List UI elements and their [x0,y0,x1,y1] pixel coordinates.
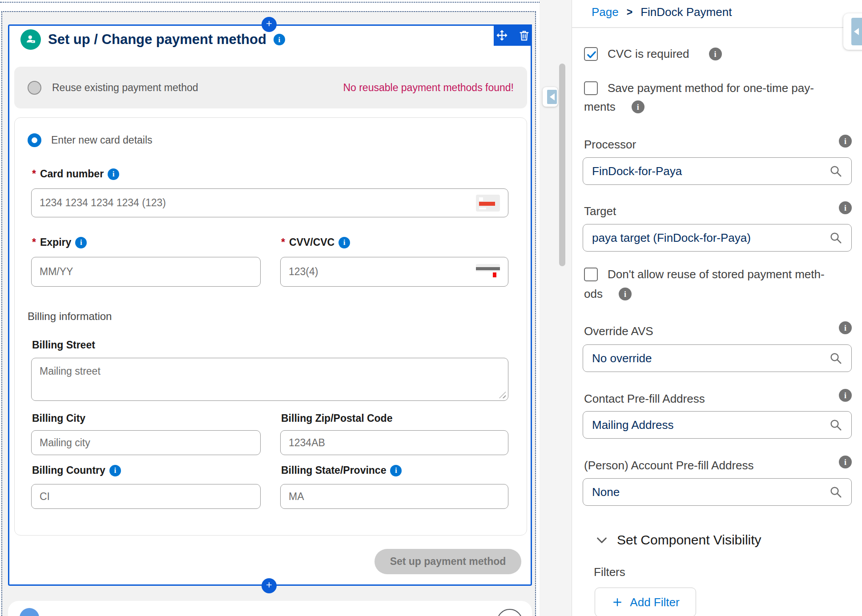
billing-country-input[interactable]: CI [31,484,261,509]
breadcrumb-page-link[interactable]: Page [592,5,619,19]
cvc-input[interactable]: 123(4) [280,257,508,287]
card-number-info-icon[interactable]: i [108,168,119,180]
billing-state-input[interactable]: MA [280,484,508,509]
search-icon [829,485,842,499]
processor-label: Processor [584,138,636,152]
next-component-card[interactable] [8,601,532,616]
billing-information-heading: Billing information [28,310,112,323]
processor-value: FinDock-for-Paya [592,164,682,178]
required-marker: * [32,168,36,180]
vertical-scrollbar-thumb[interactable] [559,64,565,266]
cvc-required-info-icon[interactable]: i [709,48,722,60]
contact-prefill-label: Contact Pre-fill Address [584,392,705,406]
save-one-time-info-icon[interactable]: i [632,100,644,113]
expiry-info-icon[interactable]: i [75,237,87,248]
override-avs-value: No override [592,352,652,365]
billing-country-placeholder: CI [40,491,50,503]
breadcrumb-separator: > [627,6,632,18]
no-reuse-row: Don't allow reuse of stored payment meth… [584,268,825,281]
region-boundary-top [0,2,540,3]
move-component-button[interactable] [495,29,508,42]
add-component-below-button[interactable] [262,578,277,593]
plus-icon [611,596,624,608]
no-reuse-checkbox[interactable] [584,268,598,281]
billing-country-info-icon[interactable]: i [109,465,121,476]
contact-prefill-value: Mailing Address [592,418,674,432]
cvc-required-label: CVC is required [608,47,689,61]
add-component-above-button[interactable] [262,17,277,32]
search-icon [829,418,842,432]
filters-label: Filters [594,565,625,579]
billing-state-info-icon[interactable]: i [390,465,402,476]
billing-street-input[interactable]: Mailing street [31,358,508,401]
processor-info-icon[interactable]: i [839,135,852,148]
collapse-left-arrow-icon[interactable] [547,90,557,104]
save-one-time-checkbox[interactable] [584,81,598,95]
account-prefill-label: (Person) Account Pre-fill Address [584,459,754,472]
target-label: Target [584,204,616,218]
add-filter-label: Add Filter [630,596,679,609]
reuse-radio[interactable] [28,81,41,95]
cvc-required-checkbox[interactable] [584,47,598,61]
enter-new-card-option: Enter new card details [28,133,153,147]
no-reuse-info-icon[interactable]: i [619,288,632,300]
expiry-input[interactable]: MM/YY [31,257,261,287]
save-one-time-label-line2: ments [584,100,616,114]
add-filter-button[interactable]: Add Filter [595,588,696,616]
account-prefill-lookup[interactable]: None [583,478,852,506]
panel-divider [572,27,862,28]
billing-zip-input[interactable]: 1234AB [280,430,508,455]
reuse-payment-method-option: Reuse existing payment method No reusabl… [14,67,527,108]
search-icon [829,164,842,178]
credit-card-icon [476,195,500,212]
panel-collapse-arrow-icon[interactable] [851,18,862,45]
plus-icon [265,19,274,30]
required-marker: * [32,236,36,248]
override-avs-lookup[interactable]: No override [583,344,852,372]
new-card-radio[interactable] [28,133,41,147]
cvc-label: * CVV/CVC i [281,236,350,248]
new-card-radio-label: Enter new card details [51,134,153,146]
save-one-time-row: Save payment method for one-time pay- [584,81,814,95]
title-info-icon[interactable]: i [274,34,285,45]
billing-state-label: Billing State/Province i [281,464,402,476]
billing-zip-label: Billing Zip/Postal Code [281,412,392,424]
billing-street-placeholder: Mailing street [40,365,101,377]
component-visibility-heading: Set Component Visibility [617,532,761,548]
no-reusable-methods-message: No reusable payment methods found! [343,82,514,94]
contact-prefill-info-icon[interactable]: i [839,389,852,402]
billing-city-label: Billing City [32,412,85,424]
card-number-input[interactable]: 1234 1234 1234 1234 (123) [31,188,508,217]
no-reuse-label-line1: Don't allow reuse of stored payment meth… [608,268,825,281]
target-lookup[interactable]: paya target (FinDock-for-Paya) [583,224,852,252]
override-avs-info-icon[interactable]: i [839,321,852,334]
billing-zip-placeholder: 1234AB [289,437,325,449]
account-prefill-info-icon[interactable]: i [839,456,852,468]
billing-state-placeholder: MA [289,491,304,503]
expiry-label: * Expiry i [32,236,87,248]
textarea-resize-handle[interactable] [499,392,506,398]
processor-lookup[interactable]: FinDock-for-Paya [583,157,852,185]
account-prefill-value: None [592,485,620,499]
setup-payment-method-button[interactable]: Set up payment method [375,549,521,574]
cvc-placeholder: 123(4) [289,266,318,278]
component-visibility-section-header[interactable]: Set Component Visibility [595,532,761,548]
chevron-down-icon[interactable] [595,533,609,547]
delete-component-button[interactable] [518,29,530,41]
contact-prefill-lookup[interactable]: Mailing Address [583,411,852,439]
card-cvc-icon [476,264,500,280]
cvc-required-row: CVC is required i [584,47,722,61]
billing-city-input[interactable]: Mailing city [31,430,261,455]
cvc-info-icon[interactable]: i [338,237,350,248]
billing-city-placeholder: Mailing city [40,437,90,449]
target-info-icon[interactable]: i [839,201,852,214]
breadcrumb: Page > FinDock Payment [592,5,732,19]
card-number-placeholder: 1234 1234 1234 1234 (123) [40,197,166,209]
required-marker: * [281,236,285,248]
billing-street-label: Billing Street [32,339,95,351]
component-header: Set up / Change payment method i [20,29,285,50]
search-icon [829,352,842,365]
payment-user-icon [20,29,41,50]
component-title: Set up / Change payment method [48,32,266,48]
breadcrumb-current: FinDock Payment [640,5,732,19]
